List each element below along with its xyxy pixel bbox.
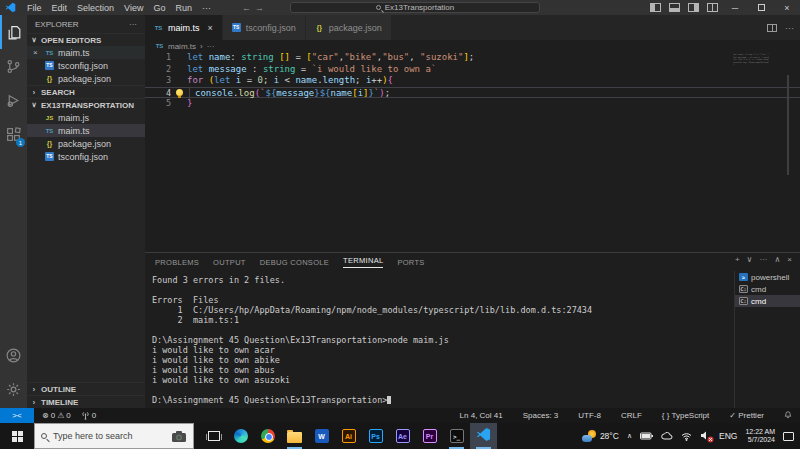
menu-item-file[interactable]: File xyxy=(22,3,47,13)
indentation[interactable]: Spaces: 3 xyxy=(523,411,559,420)
sidebar-more-actions-icon[interactable]: ··· xyxy=(129,20,137,29)
language-indicator[interactable]: ENG xyxy=(719,431,737,441)
nav-history-arrows[interactable]: ←→ xyxy=(242,3,268,13)
problems-status[interactable]: ⊗0 ⚠0 xyxy=(42,411,71,420)
hidden-icons-chevron[interactable]: ∧ xyxy=(627,432,632,440)
notifications-bell-icon[interactable] xyxy=(784,411,792,421)
taskbar-app-after-effects[interactable]: Ae xyxy=(389,423,416,449)
action-center-icon[interactable] xyxy=(783,432,794,441)
editor-scrollbar[interactable] xyxy=(787,75,789,175)
code-line-1[interactable]: 1let name: string [] = ["car","bike","bu… xyxy=(145,52,800,64)
menu-item-run[interactable]: Run xyxy=(170,3,197,13)
extensions-icon[interactable]: 1 xyxy=(0,117,27,151)
taskbar-app-word[interactable]: W xyxy=(308,423,335,449)
file-item-tsconfig.json[interactable]: TStsconfig.json xyxy=(27,150,145,163)
source-control-icon[interactable] xyxy=(0,49,27,83)
taskbar-app-vscode[interactable] xyxy=(470,423,497,449)
editor-more-actions-icon[interactable]: ··· xyxy=(785,23,794,33)
terminal-instance-cmd[interactable]: C:cmd xyxy=(735,283,800,295)
new-terminal-icon[interactable]: + xyxy=(735,255,740,264)
wifi-icon[interactable] xyxy=(681,432,692,441)
battery-icon[interactable] xyxy=(640,432,653,440)
encoding[interactable]: UTF-8 xyxy=(578,411,601,420)
toggle-sidebar-icon[interactable] xyxy=(650,3,661,12)
section-header-outline[interactable]: ›OUTLINE xyxy=(27,382,145,395)
volume-muted-icon[interactable] xyxy=(700,431,711,442)
account-icon[interactable] xyxy=(0,338,27,372)
onedrive-icon[interactable] xyxy=(661,432,673,440)
file-item-maim.ts[interactable]: ×TSmaim.ts xyxy=(27,46,145,59)
maximize-panel-icon[interactable]: ∧ xyxy=(774,255,780,264)
editor-tab-tsconfig.json[interactable]: TStsconfig.json xyxy=(223,15,306,40)
minimize-button[interactable]: ─ xyxy=(722,0,748,15)
menu-item-go[interactable]: Go xyxy=(148,3,170,13)
section-header-timeline[interactable]: ›TIMELINE xyxy=(27,395,145,408)
command-center-search[interactable]: Ex13Transportation xyxy=(290,2,540,13)
task-view-icon xyxy=(208,431,220,441)
file-item-tsconfig.json[interactable]: TStsconfig.json xyxy=(27,59,145,72)
taskbar-search[interactable]: Type here to search xyxy=(34,423,194,449)
toggle-secondary-sidebar-icon[interactable] xyxy=(688,3,699,12)
panel-more-icon[interactable]: ··· xyxy=(759,255,767,264)
cursor-position[interactable]: Ln 4, Col 41 xyxy=(460,411,503,420)
code-line-3[interactable]: 3for (let i = 0; i < name.length; i++){ xyxy=(145,75,800,87)
toggle-panel-icon[interactable] xyxy=(669,3,680,12)
clock[interactable]: 12:22 AM 5/7/2024 xyxy=(745,428,775,444)
customize-layout-icon[interactable] xyxy=(707,3,718,12)
terminal-instance-powershell[interactable]: ≥powershell xyxy=(735,271,800,283)
taskbar-app-task-view[interactable] xyxy=(200,423,227,449)
section-header-open-editors[interactable]: ∨OPEN EDITORS xyxy=(27,33,145,46)
editor-tab-maim.ts[interactable]: TSmaim.ts× xyxy=(145,15,223,40)
panel-tab-ports[interactable]: PORTS xyxy=(397,258,424,267)
breadcrumb[interactable]: TS maim.ts › ··· xyxy=(145,40,800,52)
taskbar-app-edge[interactable] xyxy=(227,423,254,449)
language-mode[interactable]: { } TypeScript xyxy=(662,411,709,420)
file-item-maim.ts[interactable]: TSmaim.ts xyxy=(27,124,145,137)
eol[interactable]: CRLF xyxy=(621,411,642,420)
file-item-package.json[interactable]: {}package.json xyxy=(27,137,145,150)
panel-tab-debug-console[interactable]: DEBUG CONSOLE xyxy=(260,258,329,267)
taskbar-app-premiere[interactable]: Pr xyxy=(416,423,443,449)
terminal-dropdown-icon[interactable]: ∨ xyxy=(747,255,753,264)
start-button[interactable] xyxy=(0,423,34,449)
terminal-instance-cmd[interactable]: C:cmd xyxy=(735,295,800,307)
editor-tab-package.json[interactable]: {}package.json xyxy=(306,15,392,40)
code-line-4[interactable]: 4console.log(`${message}${name[i]}`); xyxy=(145,87,800,99)
tab-close-icon[interactable]: × xyxy=(208,23,213,33)
panel-tab-terminal[interactable]: TERMINAL xyxy=(343,256,383,268)
lightbulb-icon[interactable] xyxy=(176,89,183,96)
menu-item-selection[interactable]: Selection xyxy=(72,3,119,13)
taskbar-app-illustrator[interactable]: Ai xyxy=(335,423,362,449)
taskbar-app-terminal[interactable]: >_ xyxy=(443,423,470,449)
menu-item-edit[interactable]: Edit xyxy=(47,3,73,13)
code-editor[interactable]: 1let name: string [] = ["car","bike","bu… xyxy=(145,52,800,122)
code-line-5[interactable]: 5} xyxy=(145,98,800,110)
taskbar-app-file-explorer[interactable] xyxy=(281,423,308,449)
close-editor-icon[interactable]: × xyxy=(33,48,40,57)
prettier-status[interactable]: ✓ Prettier xyxy=(729,411,764,420)
file-item-maim.js[interactable]: JSmaim.js xyxy=(27,111,145,124)
ports-status[interactable]: 0 xyxy=(81,411,96,420)
run-and-debug-icon[interactable] xyxy=(0,83,27,117)
terminal-output[interactable]: Found 3 errors in 2 files. Errors Files … xyxy=(152,275,725,406)
taskbar-app-chrome[interactable] xyxy=(254,423,281,449)
settings-gear-icon[interactable] xyxy=(0,372,27,406)
panel-tab-output[interactable]: OUTPUT xyxy=(213,258,246,267)
menu-item-[interactable]: ··· xyxy=(197,3,216,13)
explorer-icon[interactable] xyxy=(0,15,27,49)
remote-indicator[interactable]: >< xyxy=(0,408,34,423)
menu-item-view[interactable]: View xyxy=(119,3,148,13)
minimap[interactable]: let name: string [] = ["car","bike","bus… xyxy=(733,53,769,66)
weather-widget[interactable]: 28°C xyxy=(582,430,619,442)
visual-search-camera-icon xyxy=(171,430,187,443)
split-editor-icon[interactable] xyxy=(767,24,777,32)
code-line-2[interactable]: 2let message : string = `i would like to… xyxy=(145,64,800,76)
taskbar-app-photoshop[interactable]: Ps xyxy=(362,423,389,449)
section-header-search[interactable]: ›SEARCH xyxy=(27,85,145,98)
close-button[interactable]: × xyxy=(774,0,800,15)
panel-tab-problems[interactable]: PROBLEMS xyxy=(155,258,199,267)
restore-button[interactable] xyxy=(748,0,774,15)
close-panel-icon[interactable]: × xyxy=(787,255,792,264)
section-header-ex13transportation[interactable]: ∨EX13TRANSPORTATION xyxy=(27,98,145,111)
file-item-package.json[interactable]: {}package.json xyxy=(27,72,145,85)
